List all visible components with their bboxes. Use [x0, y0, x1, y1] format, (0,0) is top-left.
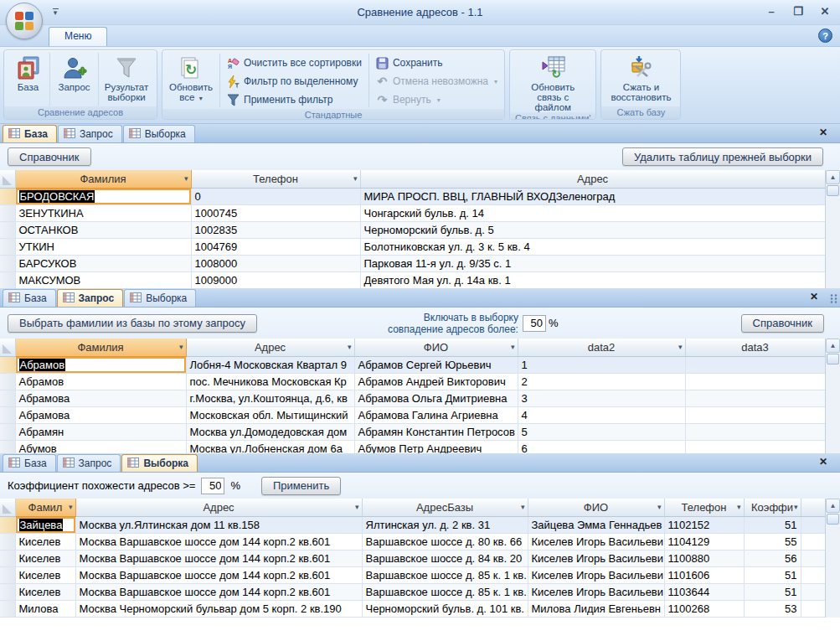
table-cell[interactable]: [801, 516, 825, 533]
column-dropdown-icon[interactable]: ▾: [179, 343, 183, 351]
column-dropdown-icon[interactable]: ▾: [511, 343, 515, 351]
column-header[interactable]: Телефон▾: [664, 499, 744, 516]
table-cell[interactable]: 1102152: [664, 516, 744, 533]
clear-sorts-button[interactable]: АЯ Очистить все сортировки: [223, 54, 366, 72]
record-selector[interactable]: [0, 550, 15, 566]
record-selector[interactable]: [0, 356, 15, 373]
column-header[interactable]: Фамилия▾: [15, 339, 186, 356]
table-cell[interactable]: Москва Варшавское шоссе дом 144 корп.2 к…: [75, 550, 362, 566]
table-cell[interactable]: Киселев Игорь Васильеви: [528, 583, 664, 600]
column-header[interactable]: ФИО▾: [354, 339, 518, 356]
table-cell[interactable]: Абрамова Галина Агриевна: [354, 406, 518, 423]
table-cell[interactable]: Абрамян: [15, 423, 186, 440]
doc-tab-vyborka[interactable]: Выборка: [121, 454, 198, 472]
table-cell[interactable]: 1100880: [664, 550, 744, 566]
table-cell[interactable]: [801, 583, 825, 600]
maximize-button[interactable]: ❐: [791, 5, 805, 18]
table-cell[interactable]: [685, 423, 825, 440]
table-cell[interactable]: 1104129: [664, 533, 744, 550]
column-dropdown-icon[interactable]: ▾: [355, 503, 359, 511]
scrollbar-thumb[interactable]: [827, 185, 839, 196]
table-cell[interactable]: 53: [744, 600, 801, 617]
scrollbar-thumb[interactable]: [827, 514, 839, 525]
apply-filter-button[interactable]: Применить фильтр: [223, 90, 366, 109]
table-cell[interactable]: Абрамян Константин Петросов: [354, 423, 518, 440]
panel-close-icon[interactable]: ✕: [819, 456, 827, 468]
table-cell[interactable]: ОСТАНКОВ: [15, 221, 191, 238]
select-all-corner[interactable]: [0, 339, 15, 356]
table-cell[interactable]: Варшавское шоссе д. 84 кв. 20: [362, 550, 528, 566]
record-selector[interactable]: [0, 188, 15, 204]
record-selector[interactable]: [0, 566, 15, 583]
reference-button[interactable]: Справочник: [741, 314, 825, 333]
refresh-all-button[interactable]: ↻ Обновить все ▾: [165, 52, 217, 109]
table-cell[interactable]: 55: [744, 533, 801, 550]
scroll-up-icon[interactable]: ▲: [826, 339, 840, 353]
doc-tab-vyborka[interactable]: Выборка: [123, 125, 195, 142]
record-selector[interactable]: [0, 373, 15, 390]
table-cell[interactable]: Абрамов Андрей Викторович: [354, 373, 518, 390]
table-cell[interactable]: Москва Варшавское шоссе дом 144 корп.2 к…: [75, 583, 362, 600]
table-cell[interactable]: Киселев Игорь Васильеви: [528, 533, 664, 550]
column-header[interactable]: data3: [685, 339, 825, 356]
record-selector[interactable]: [0, 238, 15, 255]
ribbon-tab-menu[interactable]: Меню: [49, 27, 107, 46]
column-header[interactable]: data2▾: [518, 339, 685, 356]
record-selector[interactable]: [0, 440, 15, 453]
close-button[interactable]: ✕: [818, 5, 832, 18]
table-cell[interactable]: Абумов Петр Андреевич: [354, 440, 518, 453]
select-all-corner[interactable]: [0, 170, 15, 188]
table-cell[interactable]: 51: [744, 516, 801, 533]
table-cell[interactable]: Киселев: [15, 583, 75, 600]
table-cell[interactable]: Болотниковская ул. д. 3 к. 5 кв. 4: [360, 238, 825, 255]
table-cell[interactable]: УТКИН: [15, 238, 191, 255]
table-cell[interactable]: Варшавское шоссе д. 85 к. 1 кв. 134: [362, 583, 528, 600]
column-header[interactable]: [801, 499, 825, 516]
column-header[interactable]: Адрес: [360, 170, 825, 188]
column-header[interactable]: Телефон▾: [191, 170, 360, 188]
table-cell[interactable]: Абрамов: [15, 356, 186, 373]
vertical-scrollbar[interactable]: ▲: [825, 499, 840, 618]
table-cell[interactable]: [801, 550, 825, 566]
table-cell[interactable]: Московская обл. Мытищинский: [186, 406, 354, 423]
table-cell[interactable]: [801, 600, 825, 617]
column-dropdown-icon[interactable]: ▾: [69, 503, 73, 511]
doc-tab-zapros[interactable]: Запрос: [58, 125, 122, 142]
column-dropdown-icon[interactable]: ▾: [794, 503, 798, 511]
record-selector[interactable]: [0, 221, 15, 238]
table-cell[interactable]: Абрамов: [15, 373, 186, 390]
apply-button[interactable]: Применить: [261, 477, 341, 495]
record-selector[interactable]: [0, 516, 15, 533]
table-cell[interactable]: г.Москва, ул.Коштоянца, д.6, кв: [186, 390, 354, 406]
table-cell[interactable]: 3: [518, 390, 685, 406]
table-cell[interactable]: Милова: [15, 600, 75, 617]
table-cell[interactable]: ЗЕНУТКИНА: [15, 204, 191, 221]
refresh-file-link-button[interactable]: ↻ Обновить связь с файлом: [515, 52, 590, 112]
scroll-up-icon[interactable]: ▲: [826, 499, 840, 513]
table-cell[interactable]: [801, 533, 825, 550]
table-cell[interactable]: 51: [744, 566, 801, 583]
table-cell[interactable]: 6: [518, 440, 685, 453]
table-cell[interactable]: Черноморский бульв. д. 5: [360, 221, 825, 238]
table-cell[interactable]: 51: [744, 583, 801, 600]
table-cell[interactable]: БАРСУКОВ: [15, 255, 191, 271]
record-selector[interactable]: [0, 600, 15, 617]
record-selector[interactable]: [0, 390, 15, 406]
table-cell[interactable]: Абрамова: [15, 406, 186, 423]
column-dropdown-icon[interactable]: ▾: [353, 174, 358, 183]
table-cell[interactable]: Киселев: [15, 533, 75, 550]
table-cell[interactable]: 5: [518, 423, 685, 440]
column-header[interactable]: АдресБазы▾: [362, 499, 528, 516]
delete-previous-selection-button[interactable]: Удалить таблицу прежней выборки: [622, 147, 823, 166]
doc-tab-baza[interactable]: База: [3, 289, 56, 307]
table-cell[interactable]: 1008000: [191, 255, 360, 271]
table-cell[interactable]: Варшавское шоссе д. 85 к. 1 кв. 113: [362, 566, 528, 583]
column-header[interactable]: Адрес▾: [75, 499, 362, 516]
column-header[interactable]: Фамилия▾: [15, 170, 191, 188]
table-cell[interactable]: Черноморский бульв. д. 101 кв. 81: [362, 600, 528, 617]
column-dropdown-icon[interactable]: ▾: [521, 503, 525, 511]
table-cell[interactable]: 4: [518, 406, 685, 423]
table-cell[interactable]: 1103644: [664, 583, 744, 600]
table-cell[interactable]: 1100268: [664, 600, 744, 617]
table-cell[interactable]: Киселев Игорь Васильеви: [528, 550, 664, 566]
